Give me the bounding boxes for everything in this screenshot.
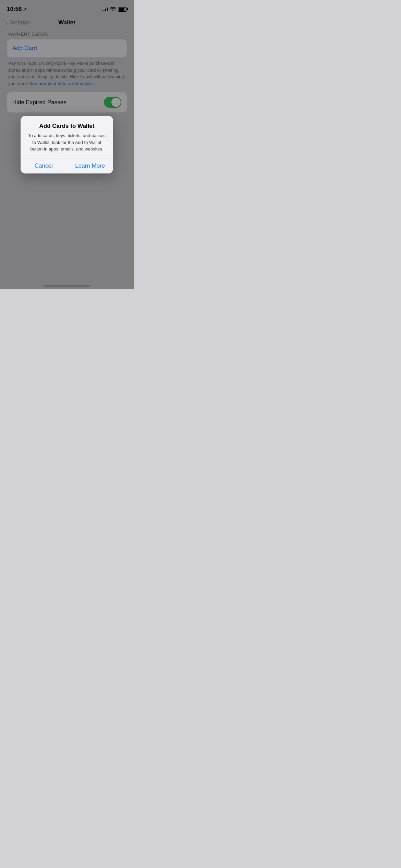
alert-message: To add cards, keys, tickets, and passes … xyxy=(26,132,108,153)
alert-title: Add Cards to Wallet xyxy=(26,123,108,130)
alert-content: Add Cards to Wallet To add cards, keys, … xyxy=(21,116,113,158)
learn-more-button[interactable]: Learn More xyxy=(67,158,113,173)
alert-dialog: Add Cards to Wallet To add cards, keys, … xyxy=(21,116,113,173)
cancel-button[interactable]: Cancel xyxy=(21,158,67,173)
modal-overlay: Add Cards to Wallet To add cards, keys, … xyxy=(0,0,134,289)
alert-buttons: Cancel Learn More xyxy=(21,158,113,173)
